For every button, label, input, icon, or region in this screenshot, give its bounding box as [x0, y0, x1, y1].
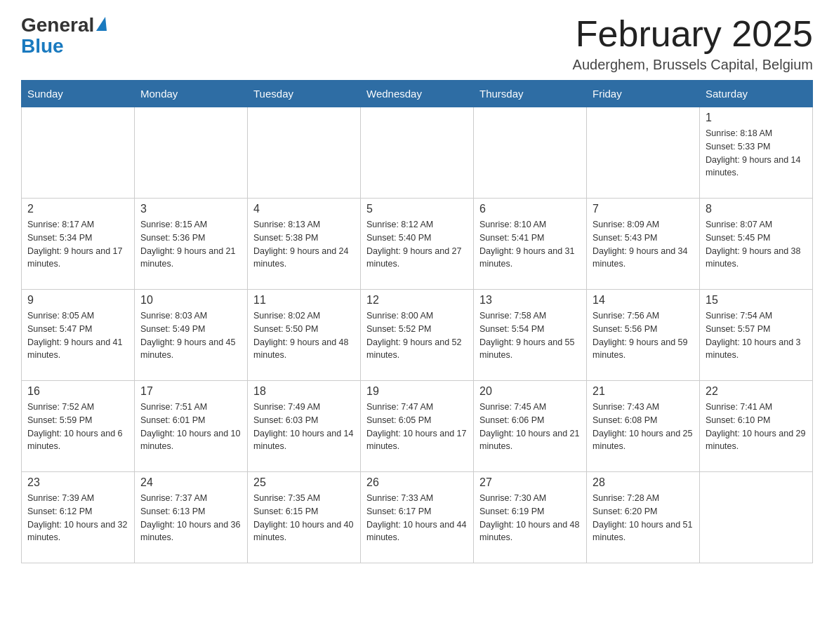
- day-number: 18: [253, 385, 355, 398]
- day-info: Sunrise: 8:02 AMSunset: 5:50 PMDaylight:…: [253, 309, 355, 362]
- day-number: 19: [366, 385, 468, 398]
- logo-triangle-icon: [96, 17, 107, 31]
- day-number: 26: [366, 476, 468, 489]
- calendar-cell: 28Sunrise: 7:28 AMSunset: 6:20 PMDayligh…: [587, 472, 700, 563]
- day-info: Sunrise: 8:18 AMSunset: 5:33 PMDaylight:…: [706, 127, 807, 180]
- calendar-cell: [248, 107, 361, 199]
- day-number: 3: [140, 203, 241, 215]
- calendar-week-row: 1Sunrise: 8:18 AMSunset: 5:33 PMDaylight…: [22, 107, 813, 199]
- day-info: Sunrise: 7:37 AMSunset: 6:13 PMDaylight:…: [140, 492, 241, 544]
- calendar-week-row: 9Sunrise: 8:05 AMSunset: 5:47 PMDaylight…: [22, 290, 813, 381]
- calendar-cell: [135, 107, 248, 199]
- day-number: 20: [479, 385, 581, 398]
- calendar-cell: 24Sunrise: 7:37 AMSunset: 6:13 PMDayligh…: [135, 472, 248, 563]
- day-info: Sunrise: 8:07 AMSunset: 5:45 PMDaylight:…: [706, 218, 807, 271]
- calendar-cell: 6Sunrise: 8:10 AMSunset: 5:41 PMDaylight…: [474, 199, 587, 290]
- day-number: 12: [366, 294, 468, 307]
- calendar-cell: 12Sunrise: 8:00 AMSunset: 5:52 PMDayligh…: [361, 290, 474, 381]
- calendar-cell: 20Sunrise: 7:45 AMSunset: 6:06 PMDayligh…: [474, 381, 587, 472]
- day-info: Sunrise: 7:45 AMSunset: 6:06 PMDaylight:…: [479, 401, 581, 453]
- day-info: Sunrise: 7:58 AMSunset: 5:54 PMDaylight:…: [479, 309, 581, 362]
- day-number: 10: [140, 294, 241, 307]
- day-info: Sunrise: 7:49 AMSunset: 6:03 PMDaylight:…: [253, 401, 355, 453]
- calendar-cell: [587, 107, 700, 199]
- day-info: Sunrise: 7:56 AMSunset: 5:56 PMDaylight:…: [593, 309, 694, 362]
- day-number: 25: [253, 476, 355, 489]
- day-number: 14: [593, 294, 694, 307]
- day-number: 5: [366, 203, 468, 215]
- calendar-cell: [474, 107, 587, 199]
- day-info: Sunrise: 8:05 AMSunset: 5:47 PMDaylight:…: [27, 309, 128, 362]
- calendar-cell: 26Sunrise: 7:33 AMSunset: 6:17 PMDayligh…: [361, 472, 474, 563]
- col-header-thursday: Thursday: [474, 81, 587, 107]
- day-number: 4: [253, 203, 355, 215]
- calendar-cell: 17Sunrise: 7:51 AMSunset: 6:01 PMDayligh…: [135, 381, 248, 472]
- calendar-cell: 16Sunrise: 7:52 AMSunset: 5:59 PMDayligh…: [22, 381, 135, 472]
- calendar-cell: 23Sunrise: 7:39 AMSunset: 6:12 PMDayligh…: [22, 472, 135, 563]
- day-number: 16: [27, 385, 128, 398]
- calendar-cell: 21Sunrise: 7:43 AMSunset: 6:08 PMDayligh…: [587, 381, 700, 472]
- day-number: 28: [593, 476, 694, 489]
- calendar-cell: 18Sunrise: 7:49 AMSunset: 6:03 PMDayligh…: [248, 381, 361, 472]
- calendar-cell: 14Sunrise: 7:56 AMSunset: 5:56 PMDayligh…: [587, 290, 700, 381]
- day-info: Sunrise: 7:43 AMSunset: 6:08 PMDaylight:…: [593, 401, 694, 453]
- calendar-cell: 27Sunrise: 7:30 AMSunset: 6:19 PMDayligh…: [474, 472, 587, 563]
- title-block: February 2025 Auderghem, Brussels Capita…: [573, 14, 813, 73]
- day-info: Sunrise: 8:13 AMSunset: 5:38 PMDaylight:…: [253, 218, 355, 271]
- day-info: Sunrise: 7:41 AMSunset: 6:10 PMDaylight:…: [706, 401, 807, 453]
- page-header: General Blue February 2025 Auderghem, Br…: [21, 14, 813, 73]
- day-number: 27: [479, 476, 581, 489]
- day-number: 8: [706, 203, 807, 215]
- day-info: Sunrise: 7:35 AMSunset: 6:15 PMDaylight:…: [253, 492, 355, 544]
- calendar-cell: 25Sunrise: 7:35 AMSunset: 6:15 PMDayligh…: [248, 472, 361, 563]
- logo-blue: Blue: [21, 35, 107, 58]
- calendar-header-row: SundayMondayTuesdayWednesdayThursdayFrid…: [22, 81, 813, 107]
- day-info: Sunrise: 8:00 AMSunset: 5:52 PMDaylight:…: [366, 309, 468, 362]
- day-number: 23: [27, 476, 128, 489]
- day-info: Sunrise: 8:12 AMSunset: 5:40 PMDaylight:…: [366, 218, 468, 271]
- day-info: Sunrise: 8:15 AMSunset: 5:36 PMDaylight:…: [140, 218, 241, 271]
- calendar-cell: 1Sunrise: 8:18 AMSunset: 5:33 PMDaylight…: [700, 107, 813, 199]
- calendar-cell: [700, 472, 813, 563]
- calendar-table: SundayMondayTuesdayWednesdayThursdayFrid…: [21, 80, 813, 563]
- calendar-location: Auderghem, Brussels Capital, Belgium: [573, 57, 813, 73]
- col-header-tuesday: Tuesday: [248, 81, 361, 107]
- day-info: Sunrise: 8:10 AMSunset: 5:41 PMDaylight:…: [479, 218, 581, 271]
- calendar-cell: 11Sunrise: 8:02 AMSunset: 5:50 PMDayligh…: [248, 290, 361, 381]
- day-number: 22: [706, 385, 807, 398]
- calendar-title: February 2025: [573, 14, 813, 54]
- day-number: 1: [706, 112, 807, 124]
- calendar-week-row: 23Sunrise: 7:39 AMSunset: 6:12 PMDayligh…: [22, 472, 813, 563]
- calendar-cell: 4Sunrise: 8:13 AMSunset: 5:38 PMDaylight…: [248, 199, 361, 290]
- day-number: 6: [479, 203, 581, 215]
- calendar-cell: 15Sunrise: 7:54 AMSunset: 5:57 PMDayligh…: [700, 290, 813, 381]
- calendar-cell: 7Sunrise: 8:09 AMSunset: 5:43 PMDaylight…: [587, 199, 700, 290]
- calendar-cell: 3Sunrise: 8:15 AMSunset: 5:36 PMDaylight…: [135, 199, 248, 290]
- calendar-cell: 22Sunrise: 7:41 AMSunset: 6:10 PMDayligh…: [700, 381, 813, 472]
- day-number: 17: [140, 385, 241, 398]
- day-number: 15: [706, 294, 807, 307]
- day-number: 21: [593, 385, 694, 398]
- col-header-wednesday: Wednesday: [361, 81, 474, 107]
- day-number: 24: [140, 476, 241, 489]
- calendar-cell: 10Sunrise: 8:03 AMSunset: 5:49 PMDayligh…: [135, 290, 248, 381]
- day-number: 7: [593, 203, 694, 215]
- day-info: Sunrise: 8:03 AMSunset: 5:49 PMDaylight:…: [140, 309, 241, 362]
- calendar-cell: 13Sunrise: 7:58 AMSunset: 5:54 PMDayligh…: [474, 290, 587, 381]
- day-info: Sunrise: 7:54 AMSunset: 5:57 PMDaylight:…: [706, 309, 807, 362]
- calendar-cell: 5Sunrise: 8:12 AMSunset: 5:40 PMDaylight…: [361, 199, 474, 290]
- day-info: Sunrise: 7:52 AMSunset: 5:59 PMDaylight:…: [27, 401, 128, 453]
- day-info: Sunrise: 8:17 AMSunset: 5:34 PMDaylight:…: [27, 218, 128, 271]
- col-header-monday: Monday: [135, 81, 248, 107]
- calendar-cell: 8Sunrise: 8:07 AMSunset: 5:45 PMDaylight…: [700, 199, 813, 290]
- day-info: Sunrise: 7:28 AMSunset: 6:20 PMDaylight:…: [593, 492, 694, 544]
- day-info: Sunrise: 7:33 AMSunset: 6:17 PMDaylight:…: [366, 492, 468, 544]
- calendar-cell: [361, 107, 474, 199]
- calendar-week-row: 2Sunrise: 8:17 AMSunset: 5:34 PMDaylight…: [22, 199, 813, 290]
- day-number: 9: [27, 294, 128, 307]
- col-header-friday: Friday: [587, 81, 700, 107]
- calendar-cell: 9Sunrise: 8:05 AMSunset: 5:47 PMDaylight…: [22, 290, 135, 381]
- calendar-cell: 2Sunrise: 8:17 AMSunset: 5:34 PMDaylight…: [22, 199, 135, 290]
- logo-general: General: [21, 14, 94, 36]
- col-header-saturday: Saturday: [700, 81, 813, 107]
